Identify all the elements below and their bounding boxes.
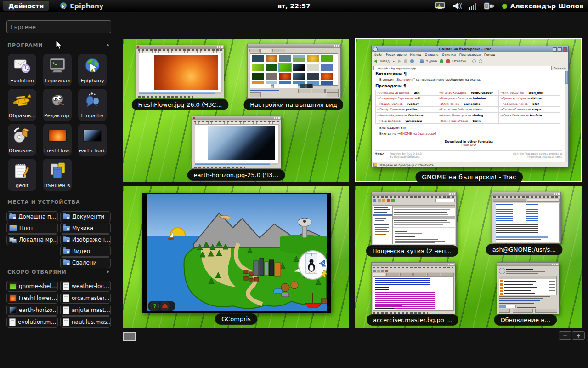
programs-expand-icon[interactable] — [107, 43, 109, 47]
workspace-drag-handle[interactable] — [123, 332, 136, 341]
place-pictures[interactable]: Изображен… — [60, 234, 111, 245]
window-label: Обновление н… — [494, 314, 557, 326]
evolution-icon — [8, 56, 36, 75]
image-canvas — [195, 125, 278, 163]
top-bar: Дейности Epiphany вт, 22:57 — [0, 0, 588, 12]
close-button — [327, 92, 339, 97]
app-tile-software-update[interactable]: Обновле… — [8, 124, 36, 156]
network-places-icon — [9, 237, 17, 242]
search-input[interactable] — [6, 20, 111, 33]
preview-pane — [393, 228, 455, 244]
window-gimp-earthhorizon[interactable] — [192, 116, 281, 169]
freshflower-thumbnail-icon — [43, 126, 72, 145]
app-tile-appearance[interactable]: Външен в… — [43, 159, 72, 191]
text-file-icon — [63, 294, 69, 302]
stop-icon — [404, 59, 407, 63]
gimp-icon — [43, 91, 72, 110]
terminal-screen — [493, 203, 560, 242]
window-appearance-prefs[interactable] — [247, 44, 341, 99]
app-label: Empathy — [79, 113, 106, 119]
titlebar — [372, 192, 456, 196]
app-tile-evolution[interactable]: Evolution — [8, 54, 36, 86]
go-button: Отиване — [554, 67, 566, 70]
place-videos[interactable]: Видео — [60, 246, 111, 257]
places-section-title: МЕСТА И УСТРОЙСТВА — [7, 199, 80, 205]
biplane-icon — [8, 91, 36, 110]
app-tile-gedit[interactable]: gedit — [8, 159, 36, 191]
recent-freshflower[interactable]: FreshFlower… — [6, 293, 58, 304]
text-file-icon — [63, 306, 69, 314]
place-home[interactable]: Домашна п… — [6, 211, 58, 222]
help-button — [250, 92, 261, 97]
window-evolution-mail[interactable] — [371, 192, 457, 248]
app-label: earth-hori… — [79, 148, 106, 154]
recent-weather-locations[interactable]: weather-loc… — [60, 281, 111, 292]
software-update-icon — [8, 126, 36, 145]
recent-gnome-shell[interactable]: gnome-shel… — [6, 281, 58, 292]
app-tile-epiphany[interactable]: Epiphany — [78, 54, 107, 86]
zoom-out-icon — [479, 59, 482, 63]
place-documents[interactable]: Документи — [60, 211, 111, 222]
window-epiphany-trac[interactable]: GNOME на български! - Trac ФайлРедактира… — [371, 46, 569, 167]
app-label: Evolution — [9, 78, 35, 84]
window-gimp-freshflower[interactable] — [136, 45, 224, 98]
tab-bar — [372, 272, 455, 276]
wallpaper-grid — [250, 53, 338, 86]
recent-expand-icon[interactable] — [107, 270, 109, 274]
home-icon — [420, 59, 424, 63]
forward-icon — [398, 59, 401, 63]
window-buttons — [553, 47, 567, 52]
app-tile-empathy[interactable]: Empathy — [78, 89, 107, 121]
place-downloads[interactable]: Свалени — [60, 257, 111, 268]
back-icon — [374, 59, 377, 63]
titlebar — [497, 263, 559, 266]
download-block: Download in other formats: Plain Text — [375, 140, 562, 147]
add-workspace-button[interactable]: + — [572, 331, 585, 340]
intro-paragraph: В секция „Бюлетини“ са периодичните съоб… — [379, 78, 562, 81]
pictures-folder-icon — [63, 237, 70, 242]
terminal-icon — [43, 56, 72, 75]
activities-overview: Дейности Epiphany вт, 22:57 — [0, 0, 588, 368]
window-gcompris[interactable]: ? — [142, 193, 331, 313]
flower-thumbnail-icon — [9, 294, 17, 302]
battery-icon[interactable] — [484, 2, 495, 10]
trac-logo: trac — [375, 152, 384, 157]
appearance-theme-icon — [43, 161, 72, 180]
app-tile-gimp[interactable]: Редактор … — [43, 89, 72, 121]
user-menu[interactable]: Александър Шопов — [502, 2, 583, 10]
app-label: Обновле… — [9, 148, 35, 154]
display-icon[interactable] — [435, 2, 445, 10]
app-tile-freshflower-doc[interactable]: FreshFlow… — [43, 124, 72, 156]
url-field: http://fsa-bg.org/project/gtp — [373, 66, 552, 70]
recent-earth-horizon[interactable]: earth-horizo… — [6, 305, 58, 316]
image-canvas — [139, 53, 221, 92]
window-update-manager[interactable] — [497, 262, 559, 314]
network-signal-icon[interactable] — [469, 3, 476, 10]
recent-evolution-po[interactable]: evolution.m… — [6, 316, 58, 328]
help-button — [499, 309, 510, 313]
recent-label: earth-horizo… — [19, 307, 58, 313]
translators-heading: Преводачи ¶ — [375, 84, 562, 88]
place-desktop[interactable]: Плот — [6, 223, 58, 234]
app-tile-earthhorizon-doc[interactable]: earth-hori… — [78, 124, 107, 156]
window-terminal[interactable] — [492, 192, 561, 243]
earth-horizon-image — [208, 126, 275, 160]
remove-workspace-button[interactable]: − — [559, 331, 571, 340]
epiphany-icon — [78, 56, 107, 75]
recent-anjuta-po[interactable]: anjuta.mast… — [60, 305, 111, 316]
home-label: У дома — [426, 59, 437, 63]
tab-bar — [492, 198, 560, 202]
app-tile-gcompris[interactable]: Образов… — [8, 89, 36, 121]
place-local-network[interactable]: Локална мр… — [6, 234, 58, 245]
recent-nautilus-po[interactable]: nautilus.mas… — [60, 316, 111, 328]
window-label: FreshFlower.jpg-26.0 (ЧЗС… — [132, 99, 229, 110]
app-label: Образов… — [9, 113, 35, 119]
recent-label: weather-loc… — [72, 283, 109, 289]
place-music[interactable]: Музика — [60, 223, 111, 234]
window-gedit-po[interactable] — [371, 262, 455, 315]
screenshot-thumbnail-icon — [9, 282, 17, 290]
recent-orca-po[interactable]: orca.master.… — [60, 293, 111, 304]
volume-icon[interactable] — [452, 2, 462, 10]
app-tile-terminal[interactable]: Терминал — [43, 54, 72, 86]
progress-bar — [499, 305, 516, 308]
